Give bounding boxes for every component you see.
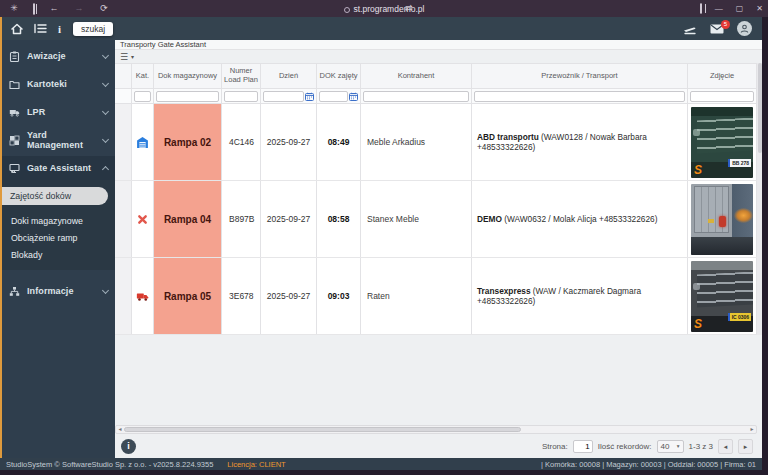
url-bar[interactable]: st.programdemo.pl [0, 4, 768, 14]
sidebar-item-kartoteki[interactable]: Kartoteki [2, 72, 115, 96]
next-page-button[interactable]: ▸ [738, 439, 753, 454]
col-header-kat[interactable]: Kat. [132, 64, 154, 88]
sidebar-label: Kartoteki [27, 79, 103, 89]
url-text: st.programdemo.pl [354, 4, 425, 14]
contractor-cell: Raten [361, 258, 472, 334]
carrier-name: ABD transportu [477, 132, 539, 142]
page-label: Strona: [542, 442, 568, 451]
gate-plane-icon[interactable] [683, 23, 697, 35]
browser-logo-icon[interactable]: ✳ [8, 0, 20, 17]
pagination-bar: i Strona: Ilość rekordów: 40 ▾ 1-3 z 3 ◂… [115, 437, 757, 455]
prev-page-button[interactable]: ◂ [718, 439, 733, 454]
table-filter-row [115, 89, 757, 104]
row-selector-header [115, 64, 132, 88]
scania-logo: S [694, 163, 702, 177]
page-number-input[interactable] [573, 440, 593, 453]
license-text: Licencja: CLIENT [227, 460, 285, 469]
back-icon[interactable]: ← [48, 0, 60, 17]
close-icon[interactable]: ✕ [756, 4, 763, 13]
sidebar-item-gate-assistant[interactable]: Gate Assistant [2, 156, 115, 180]
dock-name-cell: Rampa 05 [154, 258, 222, 334]
col-header-dzien[interactable]: Dzień [261, 64, 317, 88]
table-row[interactable]: Rampa 05 3E678 2025-09-27 09:03 Raten Tr… [115, 258, 757, 335]
info-icon[interactable]: i [58, 23, 61, 35]
sidebar-label: LPR [27, 107, 103, 117]
calendar-icon[interactable] [349, 92, 358, 101]
menu-lines-icon[interactable] [34, 23, 47, 34]
filter-dok-input[interactable] [156, 91, 219, 102]
chevron-down-icon [102, 286, 109, 293]
truck-photo-thumbnail[interactable]: BB 278 S [691, 107, 753, 178]
scroll-left-arrow-icon[interactable]: ◂ [116, 425, 124, 434]
sidebar-label: Awizacje [27, 51, 103, 61]
sidebar-subitem-zajetosc-dokow[interactable]: Zajętość doków [2, 187, 108, 205]
carrier-name: Transexpress [477, 286, 531, 296]
info-circle-icon[interactable]: i [121, 439, 136, 454]
col-header-dok-zajety[interactable]: DOK zajęty [317, 64, 361, 88]
dock-occupancy-table: Kat. Dok magazynowy Numer Load Plan Dzie… [115, 63, 757, 335]
filter-zdjecie-input[interactable] [690, 91, 754, 102]
horizontal-scrollbar[interactable]: ◂ ▸ [115, 425, 757, 434]
truck-photo-thumbnail[interactable]: IC 0306 S [691, 261, 753, 332]
carrier-cell: Transexpress (WAW / Kaczmarek Dagmara +4… [472, 286, 687, 307]
main-content: Transporty Gate Assistant ☰ ▾ Kat. Dok m… [115, 40, 762, 458]
sidebar-item-informacje[interactable]: Informacje [2, 279, 115, 303]
sidebar-item-lpr[interactable]: LPR [2, 100, 115, 124]
minimize-icon[interactable]: — [715, 4, 723, 13]
sidebar-item-yard-management[interactable]: Yard Management [2, 128, 115, 152]
site-info-icon[interactable] [344, 7, 350, 13]
monitor-icon [9, 163, 20, 174]
messages-badge: 5 [721, 20, 730, 29]
sidebar-subitem-doki-magazynowe[interactable]: Doki magazynowe [2, 214, 115, 228]
filter-dok-zajety-input[interactable] [319, 91, 348, 102]
col-header-kontrahent[interactable]: Kontrahent [361, 64, 472, 88]
scania-logo: S [694, 317, 702, 331]
load-plan-cell: 3E678 [222, 291, 254, 301]
tab-actions-icon[interactable]: ⇄ [405, 0, 413, 17]
browser-sidebar-toggle-icon[interactable] [33, 4, 35, 14]
filter-load-plan-input[interactable] [224, 91, 258, 102]
browser-titlebar: ✳ ← → ⟳ st.programdemo.pl ⇄ — ▢ ✕ [0, 0, 768, 17]
col-header-numer-load-plan[interactable]: Numer Load Plan [222, 64, 261, 88]
filter-kat-input[interactable] [134, 91, 151, 102]
records-label: Ilość rekordów: [598, 442, 652, 451]
time-cell: 08:49 [317, 104, 361, 180]
table-row[interactable]: Rampa 02 4C146 2025-09-27 08:49 Meble Ar… [115, 104, 757, 181]
grid-menu-icon[interactable]: ☰ [120, 52, 128, 62]
status-bar: StudioSystem © SoftwareStudio Sp. z o.o.… [0, 458, 762, 470]
col-header-zdjecie[interactable]: Zdjęcie [688, 64, 757, 88]
checkered-grid-icon [9, 135, 20, 146]
carrier-cell: DEMO (WAW0632 / Molak Alicja +4853332262… [472, 214, 662, 224]
chevron-down-icon: ▾ [677, 443, 680, 449]
contractor-cell: Meble Arkadius [361, 104, 472, 180]
col-header-przewoznik[interactable]: Przewoźnik / Transport [472, 64, 688, 88]
scroll-right-arrow-icon[interactable]: ▸ [748, 425, 756, 434]
sidebar-subitem-blokady[interactable]: Blokady [2, 248, 115, 262]
filter-dzien-input[interactable] [263, 91, 304, 102]
records-per-page-select[interactable]: 40 ▾ [657, 440, 684, 453]
messages-icon[interactable]: 5 [710, 24, 724, 34]
sidebar-subitem-obciazenie-ramp[interactable]: Obciążenie ramp [2, 231, 115, 245]
horizontal-scrollbar-thumb[interactable] [124, 427, 521, 432]
search-button[interactable]: szukaj [73, 22, 113, 36]
filter-kontrahent-input[interactable] [363, 91, 469, 102]
forward-icon[interactable]: → [73, 0, 85, 17]
split-view-icon[interactable] [700, 4, 702, 13]
time-cell: 09:03 [317, 258, 361, 334]
reload-icon[interactable]: ⟳ [98, 0, 110, 17]
day-cell: 2025-09-27 [261, 258, 317, 334]
user-avatar[interactable] [737, 21, 752, 36]
dock-name-cell: Rampa 02 [154, 104, 222, 180]
chevron-down-icon [102, 135, 109, 142]
col-header-dok-magazynowy[interactable]: Dok magazynowy [154, 64, 222, 88]
maximize-icon[interactable]: ▢ [736, 4, 744, 13]
vertical-scrollbar[interactable] [757, 63, 762, 335]
table-row[interactable]: Rampa 04 B897B 2025-09-27 08:58 Stanex M… [115, 181, 757, 258]
home-icon[interactable] [11, 23, 23, 35]
sidebar-item-awizacje[interactable]: Awizacje [2, 44, 115, 68]
grid-menu-caret-icon[interactable]: ▾ [131, 53, 134, 60]
filter-przewoznik-input[interactable] [474, 91, 685, 102]
truck-photo-thumbnail[interactable] [691, 184, 753, 255]
vertical-scrollbar-thumb[interactable] [758, 63, 762, 153]
calendar-icon[interactable] [305, 92, 314, 101]
